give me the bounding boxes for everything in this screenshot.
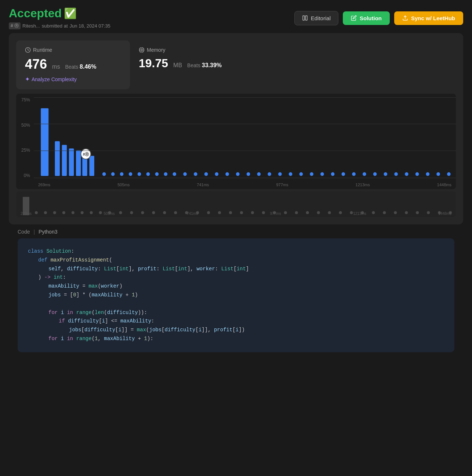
accepted-section: Accepted ✅ # Ⓡ Ritesh... submitted at Ju…	[9, 7, 110, 29]
hash-badge: # Ⓡ	[9, 22, 21, 29]
code-line-2: def maxProfitAssignment(	[28, 256, 444, 265]
mini-x-3: 741ms	[187, 212, 198, 216]
svg-point-33	[215, 172, 219, 176]
svg-point-34	[225, 172, 229, 176]
mini-x-4: 977ms	[270, 212, 281, 216]
grid-25	[34, 151, 456, 151]
svg-rect-17	[69, 148, 74, 176]
svg-point-41	[299, 172, 303, 176]
svg-rect-16	[62, 145, 67, 176]
runtime-box: Runtime 476 ms Beats 8.46% ✦ Analyze Com…	[16, 40, 130, 89]
code-block: class Solution: def maxProfitAssignment(…	[18, 238, 454, 352]
svg-point-54	[436, 172, 440, 176]
mini-x-labels: 269ms 505ms 741ms 977ms 1213ms 1448ms	[16, 212, 456, 216]
x-axis-labels: 269ms 505ms 741ms 977ms 1213ms 1448ms	[34, 183, 456, 187]
svg-rect-15	[55, 141, 60, 176]
code-line-4: ) -> int:	[28, 273, 444, 282]
mini-x-2: 505ms	[104, 212, 115, 216]
chart-section: 75% 50% 25% 0%	[16, 94, 456, 217]
svg-point-49	[384, 172, 388, 176]
svg-point-53	[426, 172, 430, 176]
clock-icon	[25, 47, 31, 53]
mini-x-5: 1213ms	[353, 212, 366, 216]
code-header: Code | Python3	[18, 229, 454, 235]
x-label-3: 741ms	[197, 183, 209, 187]
svg-rect-0	[303, 16, 305, 20]
y-label-50: 50%	[16, 123, 33, 128]
svg-point-32	[204, 172, 208, 176]
svg-point-52	[415, 172, 419, 176]
memory-value: 19.75	[139, 57, 168, 70]
svg-point-30	[183, 172, 187, 176]
y-label-75: 75%	[16, 97, 33, 102]
main-chart: 75% 50% 25% 0%	[16, 94, 456, 189]
runtime-value: 476	[25, 57, 47, 72]
y-axis: 75% 50% 25% 0%	[16, 97, 33, 178]
upload-icon	[402, 15, 408, 21]
username: Ritesh...	[22, 23, 40, 29]
sparkle-icon: ✦	[25, 76, 30, 83]
analyze-complexity-link[interactable]: ✦ Analyze Complexity	[25, 76, 121, 83]
runtime-unit: ms	[52, 64, 60, 70]
code-blank-1	[28, 300, 444, 309]
svg-point-42	[310, 172, 313, 176]
svg-point-51	[405, 172, 409, 176]
svg-point-29	[173, 172, 177, 176]
runtime-beats-value: 8.46%	[80, 64, 96, 70]
chart-inner: #Ⓡ	[34, 97, 456, 178]
svg-point-46	[352, 172, 356, 176]
mini-chart[interactable]: 269ms 505ms 741ms 977ms 1213ms 1448ms	[16, 191, 456, 217]
mini-x-1: 269ms	[21, 212, 32, 216]
svg-point-43	[320, 172, 324, 176]
svg-point-36	[247, 172, 250, 176]
submit-date: Jun 18, 2024 07:35	[70, 23, 110, 29]
top-bar: Accepted ✅ # Ⓡ Ritesh... submitted at Ju…	[0, 0, 472, 33]
accepted-text: Accepted	[9, 7, 62, 20]
checkmark-icon: ✅	[64, 7, 77, 19]
svg-point-23	[120, 172, 124, 176]
svg-point-21	[102, 172, 106, 176]
accepted-title: Accepted ✅	[9, 7, 110, 20]
memory-unit: MB	[173, 62, 182, 69]
svg-point-27	[155, 172, 159, 176]
runtime-value-row: 476 ms Beats 8.46%	[25, 57, 121, 72]
svg-point-48	[373, 172, 377, 176]
runtime-beats-label: Beats 8.46%	[65, 64, 96, 70]
code-line-5: maxAbility = max(worker)	[28, 282, 444, 291]
svg-point-25	[138, 172, 141, 176]
y-label-0: 0%	[16, 173, 33, 178]
solution-button[interactable]: Solution	[343, 11, 390, 25]
code-line-1: class Solution:	[28, 247, 444, 256]
svg-rect-1	[305, 16, 307, 20]
submitted-label: submitted at	[42, 23, 68, 29]
svg-point-26	[146, 172, 150, 176]
svg-point-50	[394, 172, 398, 176]
code-separator: |	[33, 229, 35, 235]
x-label-1: 269ms	[38, 183, 50, 187]
svg-point-39	[278, 172, 282, 176]
code-line-3: self, difficulty: List[int], profit: Lis…	[28, 265, 444, 274]
grid-75	[34, 97, 456, 98]
sync-button[interactable]: Sync w/ LeetHub	[394, 11, 463, 25]
cpu-icon	[139, 47, 145, 53]
main-content: Runtime 476 ms Beats 8.46% ✦ Analyze Com…	[0, 33, 472, 352]
svg-text:#Ⓡ: #Ⓡ	[83, 152, 90, 156]
bars-svg: #Ⓡ	[34, 97, 456, 178]
svg-point-40	[289, 172, 293, 176]
stats-container: Runtime 476 ms Beats 8.46% ✦ Analyze Com…	[9, 33, 463, 224]
memory-value-row: 19.75 MB Beats 33.39%	[139, 57, 447, 70]
code-line-6: jobs = [0] * (maxAbility + 1)	[28, 291, 444, 300]
submitted-info: # Ⓡ Ritesh... submitted at Jun 18, 2024 …	[9, 22, 110, 29]
svg-point-31	[194, 172, 197, 176]
svg-rect-4	[140, 48, 144, 52]
svg-point-55	[447, 172, 451, 176]
editorial-button[interactable]: Editorial	[294, 11, 338, 25]
memory-beats-value: 33.39%	[202, 62, 222, 68]
svg-point-45	[342, 172, 345, 176]
mini-x-6: 1448ms	[438, 212, 451, 216]
pencil-icon	[351, 15, 357, 21]
code-language: Python3	[39, 229, 57, 235]
memory-label: Memory	[139, 47, 447, 53]
svg-rect-5	[141, 49, 142, 51]
x-label-2: 505ms	[117, 183, 130, 187]
